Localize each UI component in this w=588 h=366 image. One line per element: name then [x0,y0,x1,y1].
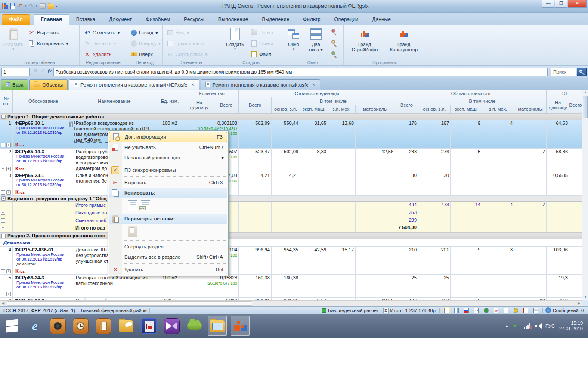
expand-icon[interactable]: + [1,211,5,215]
horizontal-scrollbar[interactable]: ◀ ▶ [0,300,582,306]
formula-input[interactable]: Разборка воздуховодов из листовой стали … [53,68,548,76]
tab-Данные[interactable]: Данные [365,15,398,25]
expand-icon[interactable]: + [6,190,11,195]
expand-icon[interactable]: + [1,190,5,195]
menu-item-начальный-уровень-цен[interactable]: Начальный уровень цен▶ [109,152,227,163]
scroll-left-icon[interactable]: ◀ [0,301,6,307]
horizontal-scroll-thumb[interactable] [7,301,252,306]
tab-Выполнение[interactable]: Выполнение [211,15,255,25]
menu-item-свернуть-раздел[interactable]: Свернуть раздел [109,242,227,252]
menu-item-доп-информация[interactable]: Доп. информацияF3 [109,132,227,142]
two-windows-button[interactable]: Два окна ▾ [305,26,327,52]
tab-Документ[interactable]: Документ [102,15,139,25]
table-row[interactable]: +Накладные ра353 [0,209,582,217]
tab-Вставка[interactable]: Вставка [69,15,102,25]
table-row[interactable]: 1++ФЕРр65-30-1Приказ Минстроя России от … [0,120,582,149]
clock-icon[interactable] [483,307,490,313]
table-row[interactable]: Итого прямые4944731447 [0,202,582,209]
table-row[interactable]: +Ведомость ресурсов по разделу 1 "Общ [0,196,582,202]
messages-indicator[interactable]: i Сообщений: 0 [545,307,588,313]
tab-Файл[interactable]: Файл [2,14,30,25]
minimize-button[interactable]: — [542,0,554,8]
table-row[interactable]: 5++ФЕРр66-24-3Приказ Минстроя России от … [0,275,582,298]
tab-Главная[interactable]: Главная [34,14,69,25]
vertical-scroll-thumb[interactable] [583,96,588,118]
coins-icon[interactable] [512,307,520,313]
menu-item-не-учитывать[interactable]: Не учитыватьCtrl+Num / [109,142,227,152]
copy-page-icon[interactable] [128,200,137,211]
zoom-green-button[interactable] [329,50,339,59]
section-expand-icon[interactable]: + [1,196,6,201]
start-icon[interactable] [3,316,22,336]
delete-button[interactable]: ✕Удалить [82,50,113,59]
expand-icon[interactable]: + [6,143,11,147]
grand-stroyinfo-button[interactable]: Гранд СтройИнфо [347,26,382,52]
up-button[interactable]: ↑Вверх [129,50,155,59]
media-app-icon[interactable] [48,316,67,336]
estimate-view-icon[interactable] [443,307,450,313]
tab-Выделение[interactable]: Выделение [255,15,297,25]
fx-icon[interactable]: fx [46,68,53,73]
cloud-app-icon[interactable] [185,316,204,336]
print-icon[interactable] [40,3,46,9]
cut-button[interactable]: ✂Вырезать [27,28,61,37]
edit-icon[interactable] [522,307,529,313]
table-row[interactable]: 3++ФЕРр65-23-1Приказ Минстроя России от … [0,172,582,196]
folder-send-icon[interactable] [117,316,136,336]
document-tab[interactable]: Ремонт отопления в казарме полный.gsfx✕ [201,79,320,90]
tab-base[interactable]: База [1,79,28,90]
menu-item-копировать-[interactable]: Копировать: [109,188,227,198]
copy-button[interactable]: Копировать▾ [27,39,70,48]
cancel-icon[interactable]: ✕ [32,68,38,74]
close-tab-icon[interactable]: ✕ [312,82,316,87]
expand-icon[interactable]: + [6,167,11,171]
zoom-yellow-button[interactable] [329,38,339,47]
expand-icon[interactable]: + [1,226,5,230]
table-row[interactable]: −Раздел 2. Правая сторона розлива отоп [0,232,582,239]
table-row[interactable]: +Итого по раз7 504,00 [0,224,582,232]
cell-reference-input[interactable]: 1 [1,68,30,76]
expand-icon[interactable]: + [1,218,5,223]
section-expand-icon[interactable]: − [1,234,6,238]
expand-icon[interactable]: + [6,292,11,296]
usb-icon[interactable] [513,323,520,329]
table-row[interactable]: −Раздел 1. Общие демонтажные работы [0,113,582,120]
media-player-icon[interactable] [162,316,181,336]
flag-icon[interactable] [463,307,470,313]
maximize-button[interactable]: ❐ [555,0,567,8]
menu-item-удалить[interactable]: ✕УдалитьDel [109,264,227,275]
menu-item-вырезать[interactable]: ✂ВырезатьCtrl+X [109,177,227,188]
save-icon[interactable] [10,3,15,9]
tab-Ресурсы[interactable]: Ресурсы [177,15,211,25]
menu-item-выделить-все-в-разделе[interactable]: Выделить все в разделеShift+Ctrl+A [109,252,227,262]
search-button[interactable] [577,68,587,76]
volume-icon[interactable] [535,323,541,329]
scroll-right-icon[interactable]: ▶ [576,301,582,307]
language-indicator[interactable]: РУС [545,323,555,329]
notes-app-icon[interactable] [94,316,113,336]
export-icon[interactable] [48,3,54,9]
undo-icon[interactable]: ↶ [18,3,23,9]
network-error-icon[interactable] [524,323,531,329]
tab-Фильтр[interactable]: Фильтр [296,15,327,25]
create-button[interactable]: Создать▾ [224,26,246,51]
sheets-icon[interactable] [502,307,510,313]
grand-smeta-icon[interactable] [231,316,250,336]
expand-icon[interactable]: + [6,269,11,273]
new-file-button[interactable]: Файл [249,50,273,59]
close-button[interactable]: ✕ [568,0,587,8]
tab-Физобъем[interactable]: Физобъем [139,15,177,25]
menu-item-параметры-вставки-[interactable]: Параметры вставки: [109,214,227,224]
menu-item-пз-синхронизированы[interactable]: ✓ПЗ синхронизированы [109,165,227,175]
customize-toolbar-icon[interactable]: ▾ [56,4,58,8]
grand-calculator-button[interactable]: Гранд Калькулятор [385,26,423,52]
confirm-icon[interactable]: ✓ [40,68,46,74]
close-tab-icon[interactable]: ✕ [191,82,195,87]
scroll-up-icon[interactable]: ▲ [582,90,588,96]
expand-icon[interactable]: + [1,269,5,273]
table-row[interactable]: 2++ФЕРр65-14-3Приказ Минстроя России от … [0,149,582,172]
backup-app-icon[interactable] [139,316,158,336]
copy-text-icon[interactable] [141,200,150,211]
table-row[interactable]: +Сметная приб239 [0,217,582,224]
paste-disabled-icon[interactable] [128,226,137,237]
